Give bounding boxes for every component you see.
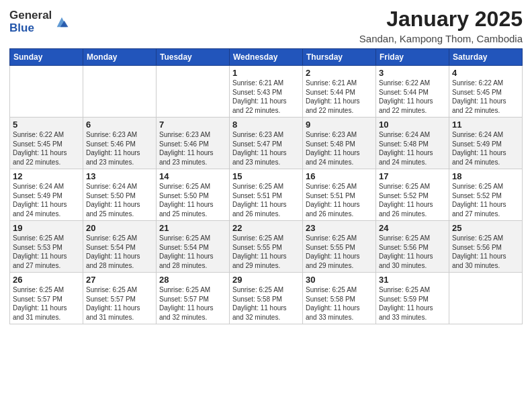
calendar-cell: 5Sunrise: 6:22 AM Sunset: 5:45 PM Daylig… xyxy=(10,118,83,169)
calendar-cell: 16Sunrise: 6:25 AM Sunset: 5:51 PM Dayli… xyxy=(303,169,376,221)
weekday-header-friday: Friday xyxy=(376,49,449,66)
cell-day-number: 1 xyxy=(232,68,300,78)
cell-day-number: 23 xyxy=(306,223,373,233)
cell-day-number: 13 xyxy=(86,171,153,181)
cell-day-number: 5 xyxy=(13,120,80,130)
cell-day-number: 8 xyxy=(232,120,300,130)
cell-info: Sunrise: 6:25 AM Sunset: 5:56 PM Dayligh… xyxy=(452,234,519,270)
cell-day-number: 26 xyxy=(13,275,80,285)
calendar-cell: 18Sunrise: 6:25 AM Sunset: 5:52 PM Dayli… xyxy=(449,169,523,221)
cell-day-number: 15 xyxy=(232,171,300,181)
calendar-cell: 30Sunrise: 6:25 AM Sunset: 5:58 PM Dayli… xyxy=(303,273,376,324)
cell-info: Sunrise: 6:23 AM Sunset: 5:46 PM Dayligh… xyxy=(159,130,226,167)
cell-day-number: 16 xyxy=(306,171,373,181)
cell-day-number: 14 xyxy=(159,171,226,181)
cell-info: Sunrise: 6:25 AM Sunset: 5:50 PM Dayligh… xyxy=(159,182,226,218)
cell-day-number: 31 xyxy=(379,275,446,285)
cell-info: Sunrise: 6:24 AM Sunset: 5:49 PM Dayligh… xyxy=(452,130,519,167)
cell-info: Sunrise: 6:22 AM Sunset: 5:44 PM Dayligh… xyxy=(379,79,446,115)
calendar-row-3: 12Sunrise: 6:24 AM Sunset: 5:49 PM Dayli… xyxy=(10,169,523,221)
cell-info: Sunrise: 6:25 AM Sunset: 5:57 PM Dayligh… xyxy=(13,285,80,322)
calendar-row-2: 5Sunrise: 6:22 AM Sunset: 5:45 PM Daylig… xyxy=(10,118,523,169)
cell-day-number: 29 xyxy=(232,275,300,285)
calendar-cell: 27Sunrise: 6:25 AM Sunset: 5:57 PM Dayli… xyxy=(83,273,157,324)
calendar-cell: 3Sunrise: 6:22 AM Sunset: 5:44 PM Daylig… xyxy=(376,66,449,118)
cell-info: Sunrise: 6:25 AM Sunset: 5:51 PM Dayligh… xyxy=(232,182,300,218)
calendar-cell: 14Sunrise: 6:25 AM Sunset: 5:50 PM Dayli… xyxy=(157,169,230,221)
logo-icon xyxy=(54,15,69,30)
calendar-cell xyxy=(157,66,230,118)
cell-day-number: 3 xyxy=(379,68,446,78)
title-area: January 2025 Sandan, Kampong Thom, Cambo… xyxy=(359,7,523,44)
cell-info: Sunrise: 6:25 AM Sunset: 5:55 PM Dayligh… xyxy=(306,234,373,270)
cell-info: Sunrise: 6:25 AM Sunset: 5:59 PM Dayligh… xyxy=(379,285,446,322)
cell-day-number: 4 xyxy=(452,68,519,78)
cell-info: Sunrise: 6:25 AM Sunset: 5:56 PM Dayligh… xyxy=(379,234,446,270)
header: General Blue January 2025 Sandan, Kampon… xyxy=(9,7,523,44)
cell-day-number: 6 xyxy=(86,120,153,130)
calendar-cell xyxy=(10,66,83,118)
calendar-cell: 22Sunrise: 6:25 AM Sunset: 5:55 PM Dayli… xyxy=(230,221,303,273)
weekday-header-tuesday: Tuesday xyxy=(157,49,230,66)
cell-info: Sunrise: 6:21 AM Sunset: 5:44 PM Dayligh… xyxy=(306,79,373,115)
cell-day-number: 28 xyxy=(159,275,226,285)
calendar-cell: 19Sunrise: 6:25 AM Sunset: 5:53 PM Dayli… xyxy=(10,221,83,273)
cell-info: Sunrise: 6:25 AM Sunset: 5:57 PM Dayligh… xyxy=(159,285,226,322)
cell-day-number: 7 xyxy=(159,120,226,130)
calendar-cell: 15Sunrise: 6:25 AM Sunset: 5:51 PM Dayli… xyxy=(230,169,303,221)
calendar-cell: 9Sunrise: 6:23 AM Sunset: 5:48 PM Daylig… xyxy=(303,118,376,169)
calendar-cell: 29Sunrise: 6:25 AM Sunset: 5:58 PM Dayli… xyxy=(230,273,303,324)
cell-info: Sunrise: 6:23 AM Sunset: 5:46 PM Dayligh… xyxy=(86,130,153,167)
weekday-header-sunday: Sunday xyxy=(10,49,83,66)
cell-info: Sunrise: 6:23 AM Sunset: 5:48 PM Dayligh… xyxy=(306,130,373,167)
calendar-cell: 25Sunrise: 6:25 AM Sunset: 5:56 PM Dayli… xyxy=(449,221,523,273)
calendar-cell: 28Sunrise: 6:25 AM Sunset: 5:57 PM Dayli… xyxy=(157,273,230,324)
calendar-cell: 23Sunrise: 6:25 AM Sunset: 5:55 PM Dayli… xyxy=(303,221,376,273)
cell-day-number: 9 xyxy=(306,120,373,130)
cell-day-number: 25 xyxy=(452,223,519,233)
cell-info: Sunrise: 6:22 AM Sunset: 5:45 PM Dayligh… xyxy=(452,79,519,115)
calendar-row-1: 1Sunrise: 6:21 AM Sunset: 5:43 PM Daylig… xyxy=(10,66,523,118)
cell-info: Sunrise: 6:24 AM Sunset: 5:48 PM Dayligh… xyxy=(379,130,446,167)
cell-info: Sunrise: 6:25 AM Sunset: 5:53 PM Dayligh… xyxy=(13,234,80,270)
page: General Blue January 2025 Sandan, Kampon… xyxy=(0,0,532,411)
calendar: SundayMondayTuesdayWednesdayThursdayFrid… xyxy=(9,48,523,324)
calendar-cell xyxy=(449,273,523,324)
cell-day-number: 10 xyxy=(379,120,446,130)
cell-info: Sunrise: 6:24 AM Sunset: 5:49 PM Dayligh… xyxy=(13,182,80,218)
calendar-cell: 26Sunrise: 6:25 AM Sunset: 5:57 PM Dayli… xyxy=(10,273,83,324)
cell-day-number: 24 xyxy=(379,223,446,233)
cell-day-number: 30 xyxy=(306,275,373,285)
cell-info: Sunrise: 6:21 AM Sunset: 5:43 PM Dayligh… xyxy=(232,79,300,115)
logo-blue: Blue xyxy=(9,22,52,35)
weekday-header-thursday: Thursday xyxy=(303,49,376,66)
month-title: January 2025 xyxy=(359,7,523,32)
calendar-cell: 13Sunrise: 6:24 AM Sunset: 5:50 PM Dayli… xyxy=(83,169,157,221)
cell-info: Sunrise: 6:25 AM Sunset: 5:52 PM Dayligh… xyxy=(452,182,519,218)
cell-info: Sunrise: 6:25 AM Sunset: 5:55 PM Dayligh… xyxy=(232,234,300,270)
calendar-cell: 10Sunrise: 6:24 AM Sunset: 5:48 PM Dayli… xyxy=(376,118,449,169)
logo-general: General xyxy=(9,9,52,22)
weekday-header-monday: Monday xyxy=(83,49,157,66)
cell-info: Sunrise: 6:24 AM Sunset: 5:50 PM Dayligh… xyxy=(86,182,153,218)
calendar-cell: 2Sunrise: 6:21 AM Sunset: 5:44 PM Daylig… xyxy=(303,66,376,118)
calendar-row-5: 26Sunrise: 6:25 AM Sunset: 5:57 PM Dayli… xyxy=(10,273,523,324)
weekday-header-row: SundayMondayTuesdayWednesdayThursdayFrid… xyxy=(10,49,523,66)
calendar-cell: 6Sunrise: 6:23 AM Sunset: 5:46 PM Daylig… xyxy=(83,118,157,169)
cell-info: Sunrise: 6:25 AM Sunset: 5:58 PM Dayligh… xyxy=(306,285,373,322)
calendar-cell: 8Sunrise: 6:23 AM Sunset: 5:47 PM Daylig… xyxy=(230,118,303,169)
cell-day-number: 20 xyxy=(86,223,153,233)
cell-day-number: 27 xyxy=(86,275,153,285)
calendar-row-4: 19Sunrise: 6:25 AM Sunset: 5:53 PM Dayli… xyxy=(10,221,523,273)
weekday-header-saturday: Saturday xyxy=(449,49,523,66)
calendar-cell: 11Sunrise: 6:24 AM Sunset: 5:49 PM Dayli… xyxy=(449,118,523,169)
cell-info: Sunrise: 6:25 AM Sunset: 5:54 PM Dayligh… xyxy=(159,234,226,270)
cell-day-number: 19 xyxy=(13,223,80,233)
cell-info: Sunrise: 6:22 AM Sunset: 5:45 PM Dayligh… xyxy=(13,130,80,167)
cell-day-number: 12 xyxy=(13,171,80,181)
cell-info: Sunrise: 6:25 AM Sunset: 5:57 PM Dayligh… xyxy=(86,285,153,322)
calendar-cell: 1Sunrise: 6:21 AM Sunset: 5:43 PM Daylig… xyxy=(230,66,303,118)
cell-day-number: 2 xyxy=(306,68,373,78)
cell-info: Sunrise: 6:25 AM Sunset: 5:58 PM Dayligh… xyxy=(232,285,300,322)
cell-day-number: 22 xyxy=(232,223,300,233)
